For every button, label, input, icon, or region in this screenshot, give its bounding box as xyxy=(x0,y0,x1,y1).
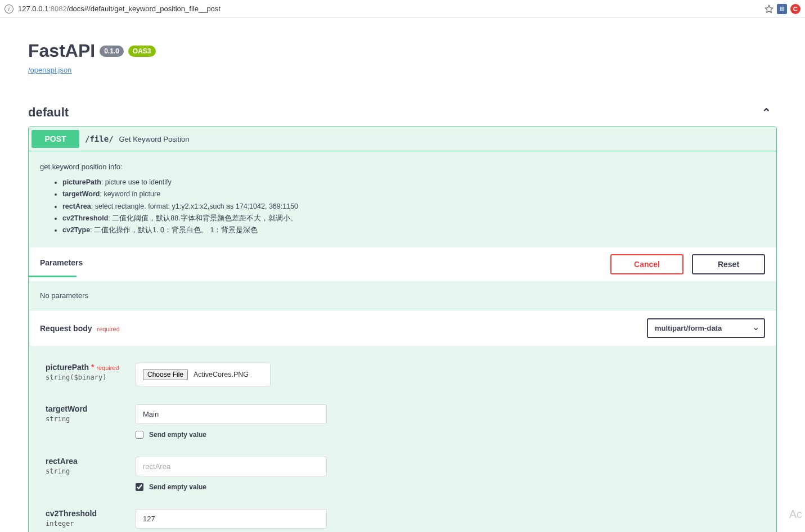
desc-item: targetWord: keyword in picture xyxy=(62,188,765,200)
param-type-label: string xyxy=(46,415,136,423)
parameters-header: Parameters Cancel Reset xyxy=(29,247,776,281)
operation-description: get keyword position info: picturePath: … xyxy=(29,151,776,247)
desc-item: cv2Threshold: 二值化阈值，默认88.字体和背景颜色差距不大，就调小… xyxy=(62,213,765,224)
checkbox-icon[interactable] xyxy=(136,483,143,491)
send-empty-checkbox[interactable]: Send empty value xyxy=(136,483,327,491)
checkbox-icon[interactable] xyxy=(136,431,143,439)
no-parameters-label: No parameters xyxy=(29,281,776,310)
param-name-label: picturePath * required xyxy=(46,363,136,372)
desc-item: cv2Type: 二值化操作，默认1. 0：背景白色。 1：背景是深色 xyxy=(62,224,765,236)
svg-marker-0 xyxy=(765,5,772,12)
request-body-fields: picturePath * required string($binary) C… xyxy=(29,346,776,529)
openapi-link[interactable]: /openapi.json xyxy=(28,66,777,74)
extension-icon[interactable]: ⊞ xyxy=(777,4,787,14)
send-empty-checkbox[interactable]: Send empty value xyxy=(136,431,327,439)
description-text: get keyword position info: xyxy=(40,163,123,171)
field-rectarea: rectArea string Send empty value xyxy=(46,457,765,491)
param-name-label: targetWord xyxy=(46,404,136,413)
oas-badge: OAS3 xyxy=(128,46,156,57)
desc-item: rectArea: select rectangle. format: y1:y… xyxy=(62,201,765,213)
url-host: 127.0.0.1 xyxy=(18,4,48,13)
api-title: FastAPI xyxy=(28,40,95,61)
chevron-up-icon: ⌃ xyxy=(762,106,771,119)
field-picturepath: picturePath * required string($binary) C… xyxy=(46,363,765,386)
api-header: FastAPI 0.1.0 OAS3 xyxy=(28,40,777,61)
file-input[interactable]: Choose File ActiveCores.PNG xyxy=(136,363,271,386)
method-badge: POST xyxy=(32,130,79,148)
section-default[interactable]: default ⌃ xyxy=(28,105,777,120)
operation-summary[interactable]: POST /file/ Get Keyword Position xyxy=(29,127,776,151)
browser-address-bar: i 127.0.0.1:8082/docs#/default/get_keywo… xyxy=(0,0,805,18)
browser-red-icon[interactable]: C xyxy=(790,4,800,14)
version-badge: 0.1.0 xyxy=(100,46,124,57)
choose-file-button[interactable]: Choose File xyxy=(143,369,188,380)
selected-file-name: ActiveCores.PNG xyxy=(194,371,249,378)
favorite-icon[interactable] xyxy=(764,4,773,13)
operation-path: /file/ xyxy=(85,134,114,143)
required-label: required xyxy=(97,326,119,332)
operation-summary-text: Get Keyword Position xyxy=(119,135,190,143)
targetword-input[interactable] xyxy=(136,404,327,424)
param-name-label: rectArea xyxy=(46,457,136,466)
operation-block: POST /file/ Get Keyword Position get key… xyxy=(28,127,777,532)
url-path: /docs#/default/get_keyword_position_file… xyxy=(67,4,221,13)
request-body-header: Request body required multipart/form-dat… xyxy=(29,310,776,346)
field-targetword: targetWord string Send empty value xyxy=(46,404,765,439)
url-display[interactable]: 127.0.0.1:8082/docs#/default/get_keyword… xyxy=(18,4,760,13)
request-body-title: Request body required xyxy=(40,324,120,333)
param-name-label: cv2Threshold xyxy=(46,509,136,518)
url-port: :8082 xyxy=(48,4,67,13)
reset-button[interactable]: Reset xyxy=(692,254,765,274)
field-cv2threshold: cv2Threshold integer xyxy=(46,509,765,529)
param-type-label: string($binary) xyxy=(46,373,136,381)
parameters-title: Parameters xyxy=(40,258,83,270)
info-icon: i xyxy=(5,4,14,13)
param-type-label: string xyxy=(46,467,136,475)
content-type-select[interactable]: multipart/form-data xyxy=(647,318,765,338)
rectarea-input[interactable] xyxy=(136,457,327,476)
cv2threshold-input[interactable] xyxy=(136,509,327,529)
desc-item: picturePath: picture use to identify xyxy=(62,177,765,188)
section-name-label: default xyxy=(28,105,69,120)
cancel-button[interactable]: Cancel xyxy=(610,254,683,274)
description-list: picturePath: picture use to identify tar… xyxy=(62,177,765,236)
param-type-label: integer xyxy=(46,520,136,528)
